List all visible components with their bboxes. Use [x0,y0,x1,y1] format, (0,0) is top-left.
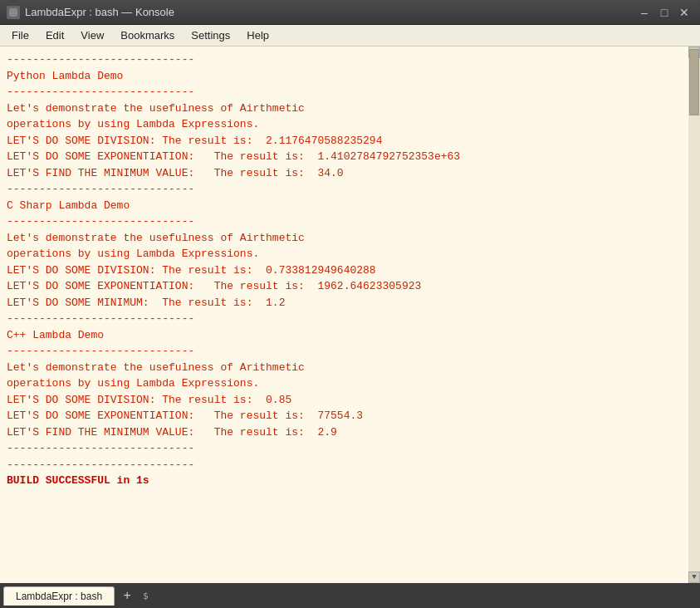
terminal-line: LET'S FIND THE MINIMUM VALUE: The result… [7,165,682,182]
minimize-button[interactable]: – [635,3,653,22]
terminal-line: LET'S FIND THE MINIMUM VALUE: The result… [7,424,682,441]
terminal-tab[interactable]: LambdaExpr : bash [3,586,115,606]
app-icon [7,6,20,19]
terminal-line: operations by using Lambda Expressions. [7,116,682,133]
titlebar-left: LambdaExpr : bash — Konsole [7,6,174,19]
terminal-wrapper: -----------------------------Python Lamb… [0,47,700,583]
scroll-thumb[interactable] [689,49,699,115]
terminal-output[interactable]: -----------------------------Python Lamb… [0,47,688,583]
maximize-button[interactable]: □ [655,3,673,22]
terminal-line: LET'S DO SOME DIVISION: The result is: 2… [7,133,682,150]
scrollbar[interactable]: ▲ ▼ [688,47,700,583]
close-button[interactable]: ✕ [675,3,693,22]
menu-item-file[interactable]: File [3,27,37,44]
terminal-line: ----------------------------- [7,457,682,473]
terminal-line: LET'S DO SOME MINIMUM: The result is: 1.… [7,295,682,311]
window-title: LambdaExpr : bash — Konsole [25,6,174,18]
new-tab-button[interactable]: + [118,586,136,605]
scroll-down-arrow[interactable]: ▼ [688,571,700,583]
menu-item-settings[interactable]: Settings [183,27,238,44]
window-controls: – □ ✕ [635,3,693,22]
terminal-line: BUILD SUCCESSFUL in 1s [7,473,682,489]
terminal-line: Let's demonstrate the usefulness of Arit… [7,360,682,376]
menu-item-view[interactable]: View [72,27,112,44]
menubar: FileEditViewBookmarksSettingsHelp [0,25,700,47]
titlebar: LambdaExpr : bash — Konsole – □ ✕ [0,0,700,25]
terminal-line: LET'S DO SOME EXPONENTIATION: The result… [7,278,682,295]
terminal-line: Let's demonstrate the usefulness of Airt… [7,101,682,117]
menu-item-help[interactable]: Help [238,27,277,44]
menu-item-bookmarks[interactable]: Bookmarks [112,27,183,44]
terminal-line: ----------------------------- [7,343,682,360]
terminal-line: ----------------------------- [7,440,682,457]
terminal-line: LET'S DO SOME DIVISION: The result is: 0… [7,262,682,279]
terminal-line: Python Lambda Demo [7,68,682,85]
terminal-line: ----------------------------- [7,181,682,198]
terminal-line: LET'S DO SOME EXPONENTIATION: The result… [7,149,682,165]
tabbar: LambdaExpr : bash + $ [0,583,700,608]
terminal-line: LET'S DO SOME EXPONENTIATION: The result… [7,408,682,424]
terminal-line: ----------------------------- [7,51,682,68]
menu-item-edit[interactable]: Edit [37,27,72,44]
terminal-line: operations by using Lambda Expressions. [7,246,682,262]
terminal-tab-label: LambdaExpr : bash [16,591,102,602]
terminal-line: ----------------------------- [7,311,682,327]
terminal-line: ----------------------------- [7,84,682,101]
svg-rect-0 [9,8,17,17]
terminal-line: ----------------------------- [7,213,682,230]
terminal-line: operations by using Lambda Expressions. [7,375,682,392]
terminal-line: C Sharp Lambda Demo [7,198,682,214]
terminal-line: LET'S DO SOME DIVISION: The result is: 0… [7,392,682,409]
terminal-line: C++ Lambda Demo [7,327,682,344]
prompt-indicator: $ [143,591,149,601]
terminal-line: Let's demonstrate the usefulness of Airt… [7,230,682,247]
